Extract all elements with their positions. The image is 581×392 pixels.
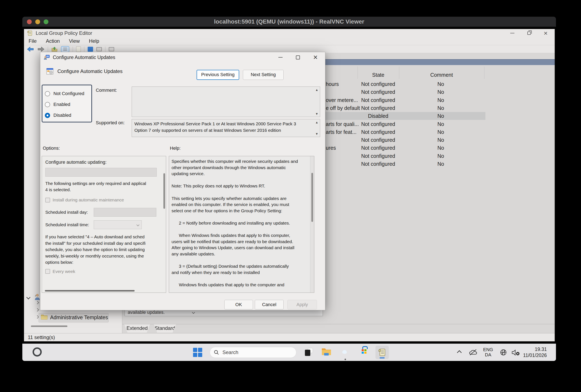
every-week-row: Every week bbox=[45, 269, 160, 274]
options-vertical-scrollbar[interactable] bbox=[164, 173, 165, 209]
volume-muted-icon[interactable] bbox=[512, 349, 520, 356]
policy-setting-icon bbox=[44, 54, 50, 60]
menu-file[interactable]: File bbox=[24, 38, 41, 44]
start-button[interactable] bbox=[193, 348, 202, 357]
panel-icon[interactable] bbox=[96, 47, 102, 51]
menu-action[interactable]: Action bbox=[41, 38, 64, 44]
tree-horizontal-scrollbar[interactable] bbox=[31, 326, 68, 327]
show-list-icon[interactable] bbox=[61, 46, 69, 52]
supported-on-box[interactable]: Windows XP Professional Service Pack 1 o… bbox=[132, 119, 320, 137]
scroll-document-icon bbox=[27, 30, 33, 36]
scroll-down-icon[interactable]: ▼ bbox=[315, 112, 318, 115]
gpe-window-title: Local Group Policy Editor bbox=[36, 30, 92, 36]
vnc-titlebar[interactable]: localhost:5901 (QEMU (windows11)) - Real… bbox=[22, 17, 556, 27]
supported-on-scrollbar[interactable]: ▲▼ bbox=[314, 120, 320, 136]
policy-state: Not configured bbox=[357, 88, 399, 96]
radio-icon[interactable] bbox=[45, 91, 50, 96]
options-label: Options: bbox=[43, 146, 60, 151]
forward-arrow-icon[interactable] bbox=[37, 46, 44, 52]
policy-name: e off by default bbox=[326, 104, 360, 112]
radio-option[interactable]: Disabled bbox=[45, 110, 92, 121]
onedrive-paused-icon[interactable] bbox=[469, 349, 477, 356]
scroll-up-icon[interactable]: ▲ bbox=[315, 120, 318, 124]
every-week-checkbox[interactable] bbox=[45, 269, 50, 274]
scroll-up-icon[interactable]: ▲ bbox=[315, 88, 318, 91]
window-icon[interactable] bbox=[109, 47, 114, 51]
network-globe-icon[interactable] bbox=[500, 349, 507, 356]
search-icon bbox=[214, 350, 219, 355]
menu-help[interactable]: Help bbox=[84, 38, 104, 44]
cancel-button[interactable]: Cancel bbox=[255, 300, 284, 310]
dialog-minimize-button[interactable] bbox=[278, 57, 282, 57]
policy-comment: No bbox=[420, 112, 462, 120]
language-line1: ENG bbox=[483, 347, 493, 352]
tree-item-administrative-templates[interactable]: Administrative Templates bbox=[50, 315, 108, 321]
help-vertical-scrollbar[interactable] bbox=[311, 173, 313, 222]
file-explorer-icon[interactable] bbox=[321, 347, 332, 356]
expand-chevron-icon[interactable] bbox=[36, 308, 39, 312]
dialog-close-button[interactable]: × bbox=[313, 53, 318, 61]
dialog-maximize-button[interactable] bbox=[296, 55, 300, 59]
radio-option[interactable]: Not Configured bbox=[45, 88, 92, 99]
gpe-titlebar[interactable]: Local Group Policy Editor × bbox=[24, 29, 555, 37]
chevron-down-icon bbox=[136, 223, 140, 226]
toolbar-separator bbox=[72, 46, 73, 52]
policy-name: over metere... bbox=[326, 96, 358, 104]
dialog-titlebar[interactable]: Configure Automatic Updates × bbox=[40, 52, 325, 62]
tab-standard[interactable]: Standard bbox=[154, 324, 176, 333]
radio-icon[interactable] bbox=[45, 113, 50, 118]
up-level-icon[interactable] bbox=[51, 46, 58, 52]
gpe-toolbar bbox=[24, 45, 555, 53]
scroll-down-icon[interactable]: ▼ bbox=[315, 132, 318, 135]
options-horizontal-scrollbar[interactable] bbox=[45, 290, 134, 292]
scheduled-time-dropdown[interactable] bbox=[94, 220, 142, 229]
tab-extended[interactable]: Extended bbox=[124, 324, 150, 333]
local-computer-policy-icon[interactable] bbox=[33, 293, 40, 301]
column-separator[interactable] bbox=[484, 66, 484, 79]
policy-state: Not configured bbox=[357, 136, 399, 144]
supported-on-label: Supported on: bbox=[96, 120, 124, 125]
install-maintenance-checkbox[interactable] bbox=[45, 198, 50, 202]
help-pane-icon[interactable] bbox=[88, 47, 93, 52]
app-window-icon bbox=[46, 67, 54, 75]
comment-scrollbar[interactable]: ▲▼ bbox=[314, 87, 320, 116]
gpe-restore-button[interactable] bbox=[527, 31, 531, 35]
policy-state: Not configured bbox=[357, 144, 399, 152]
gpe-taskbar-app-icon[interactable] bbox=[376, 346, 389, 359]
windows-taskbar: Search bbox=[22, 344, 556, 361]
document-icon[interactable] bbox=[76, 46, 81, 52]
previous-setting-button[interactable]: Previous Setting bbox=[196, 70, 239, 80]
configure-updating-label: Configure automatic updating: bbox=[45, 159, 160, 165]
scheduled-time-label: Scheduled install time: bbox=[45, 222, 94, 227]
scheduled-day-input[interactable] bbox=[94, 208, 156, 217]
language-line2: DA bbox=[483, 352, 493, 357]
taskbar-clock[interactable]: 19.31 11/01/2026 bbox=[523, 346, 547, 359]
language-indicator[interactable]: ENG DA bbox=[483, 347, 493, 357]
chevron-down-icon[interactable] bbox=[26, 295, 30, 299]
policy-state: Not configured bbox=[357, 96, 399, 104]
help-scrollbar-track[interactable] bbox=[310, 156, 314, 293]
task-view-icon[interactable] bbox=[305, 348, 314, 357]
column-header-state[interactable]: State bbox=[358, 71, 399, 79]
gpe-close-button[interactable]: × bbox=[544, 30, 548, 36]
gpe-title-area: Local Group Policy Editor bbox=[27, 30, 92, 36]
radio-icon[interactable] bbox=[45, 102, 50, 107]
taskbar-search[interactable]: Search bbox=[210, 347, 296, 358]
next-setting-button[interactable]: Next Setting bbox=[243, 70, 284, 80]
column-header-comment[interactable]: Comment bbox=[399, 71, 484, 79]
ok-button[interactable]: OK bbox=[224, 300, 253, 310]
gpe-minimize-button[interactable] bbox=[510, 33, 514, 33]
radio-group: Not ConfiguredEnabledDisabled bbox=[42, 85, 92, 122]
radio-option[interactable]: Enabled bbox=[45, 99, 92, 110]
scheduled-day-label: Scheduled install day: bbox=[45, 210, 94, 215]
dialog-window-controls: × bbox=[278, 52, 325, 62]
comment-textarea[interactable]: ▲▼ bbox=[132, 86, 320, 117]
menu-view[interactable]: View bbox=[64, 38, 84, 44]
vm-screen: Local Group Policy Editor × File Action … bbox=[22, 27, 556, 361]
expand-chevron-icon[interactable] bbox=[36, 301, 39, 304]
hidden-icons-chevron[interactable] bbox=[457, 350, 462, 355]
configure-updating-dropdown[interactable] bbox=[45, 168, 157, 177]
back-arrow-icon[interactable] bbox=[27, 46, 34, 52]
copilot-icon[interactable] bbox=[32, 347, 42, 357]
radio-label: Enabled bbox=[54, 102, 70, 107]
